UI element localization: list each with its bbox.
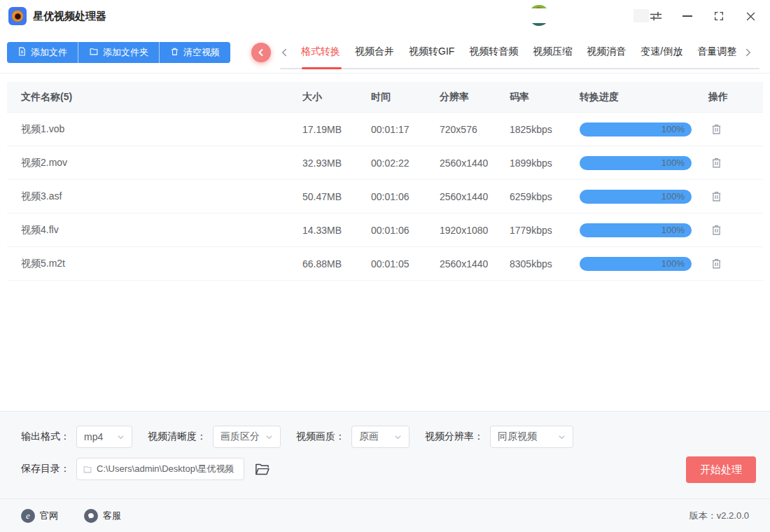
settings-sliders-icon[interactable]	[649, 8, 663, 24]
column-header: 转换进度	[580, 91, 708, 104]
clear-videos-button[interactable]: 清空视频	[160, 42, 230, 63]
support-link[interactable]: 客服	[84, 509, 121, 523]
username-redacted-tail	[634, 9, 649, 22]
file-size: 14.33MB	[302, 225, 371, 236]
tab-视频转音频[interactable]: 视频转音频	[469, 46, 518, 58]
resolution-select[interactable]: 同原视频	[490, 426, 573, 448]
progress-bar: 100%	[580, 156, 692, 170]
clarity-label: 视频清晰度：	[148, 430, 206, 443]
table-row[interactable]: 视频1.vob 17.19MB 00:01:17 720x576 1825kbp…	[7, 113, 763, 146]
tab-视频消音[interactable]: 视频消音	[587, 46, 626, 58]
action-cell	[708, 189, 763, 204]
save-dir-input[interactable]: C:\Users\admin\Desktop\星优视频	[76, 458, 244, 480]
tab-视频合并[interactable]: 视频合并	[355, 46, 394, 58]
table-row[interactable]: 视频3.asf 50.47MB 00:01:06 2560x1440 6259k…	[7, 180, 763, 214]
start-processing-button[interactable]: 开始处理	[686, 456, 756, 483]
progress-cell: 100%	[580, 122, 708, 136]
tab-变速/倒放[interactable]: 变速/倒放	[640, 46, 682, 58]
column-header: 大小	[302, 91, 371, 104]
file-bitrate: 8305kbps	[510, 258, 580, 270]
file-name: 视频2.mov	[21, 157, 302, 169]
chevron-down-icon	[558, 433, 566, 441]
file-bitrate: 1899kbps	[510, 158, 580, 169]
file-duration: 00:02:22	[371, 158, 440, 169]
quality-label: 视频画质：	[296, 430, 345, 443]
table-body: 视频1.vob 17.19MB 00:01:17 720x576 1825kbp…	[7, 113, 763, 281]
tabs-back-circle-button[interactable]	[251, 43, 271, 62]
toolbar-divider	[0, 73, 770, 74]
action-cell	[708, 256, 763, 272]
file-table: 文件名称(5)大小时间分辨率码率转换进度操作 视频1.vob 17.19MB 0…	[7, 82, 763, 281]
quality-select[interactable]: 原画	[351, 426, 410, 448]
progress-value: 100%	[662, 158, 685, 168]
footer: e 官网 客服 版本：v2.2.0.0	[0, 498, 770, 532]
column-header: 操作	[708, 91, 763, 104]
website-link[interactable]: e 官网	[21, 509, 58, 523]
table-row[interactable]: 视频4.flv 14.33MB 00:01:06 1920x1080 1779k…	[7, 214, 763, 247]
chevron-down-icon	[265, 433, 273, 441]
file-size: 32.93MB	[302, 158, 371, 169]
progress-cell: 100%	[580, 223, 708, 237]
file-size: 50.47MB	[302, 191, 371, 202]
resolution-value: 同原视频	[498, 430, 537, 443]
folder-icon	[83, 465, 92, 474]
file-name: 视频1.vob	[21, 123, 302, 136]
minimize-button[interactable]	[680, 8, 694, 24]
tab-视频压缩[interactable]: 视频压缩	[533, 46, 572, 58]
file-resolution: 2560x1440	[440, 258, 510, 270]
file-resolution: 720x576	[440, 124, 510, 135]
delete-row-button[interactable]	[708, 155, 724, 171]
add-file-button[interactable]: 添加文件	[7, 42, 78, 63]
close-button[interactable]	[743, 8, 757, 24]
table-header: 文件名称(5)大小时间分辨率码率转换进度操作	[7, 82, 763, 113]
maximize-button[interactable]	[712, 8, 726, 24]
table-row[interactable]: 视频5.m2t 66.88MB 00:01:05 2560x1440 8305k…	[7, 247, 763, 281]
action-cell	[708, 122, 763, 137]
output-format-select[interactable]: mp4	[76, 426, 132, 448]
delete-row-button[interactable]	[708, 189, 724, 204]
table-row[interactable]: 视频2.mov 32.93MB 00:02:22 2560x1440 1899k…	[7, 146, 763, 180]
trash-icon	[170, 47, 179, 58]
quality-value: 原画	[359, 430, 379, 443]
file-bitrate: 6259kbps	[510, 191, 580, 202]
file-resolution: 2560x1440	[440, 191, 510, 202]
tab-音量调整[interactable]: 音量调整	[697, 46, 736, 58]
progress-value: 100%	[662, 225, 685, 235]
tab-格式转换[interactable]: 格式转换	[301, 46, 340, 58]
browse-folder-button[interactable]	[253, 461, 270, 477]
file-bitrate: 1825kbps	[510, 124, 580, 135]
file-duration: 00:01:17	[371, 124, 440, 135]
website-label: 官网	[40, 510, 58, 522]
column-header: 时间	[371, 91, 440, 104]
column-header: 码率	[510, 91, 580, 104]
progress-value: 100%	[662, 191, 685, 202]
delete-row-button[interactable]	[708, 122, 724, 137]
file-size: 66.88MB	[302, 258, 371, 270]
username-redacted	[524, 8, 640, 23]
file-name: 视频5.m2t	[21, 258, 302, 270]
progress-value: 100%	[662, 258, 685, 269]
website-icon: e	[21, 509, 35, 523]
window-controls	[649, 8, 757, 24]
progress-bar: 100%	[580, 223, 692, 237]
settings-panel: 输出格式： mp4 视频清晰度： 画质区分 视频画质： 原画 视频分辨率： 同原…	[0, 411, 770, 532]
chevron-down-icon	[394, 433, 402, 441]
app-logo-icon	[8, 7, 27, 25]
file-duration: 00:01:05	[371, 258, 440, 270]
chevron-down-icon	[117, 433, 125, 441]
tab-视频转GIF[interactable]: 视频转GIF	[409, 46, 454, 58]
progress-cell: 100%	[580, 156, 708, 170]
user-account-area[interactable]	[524, 4, 653, 28]
progress-bar: 100%	[580, 257, 692, 271]
tabs-scroll-left-icon[interactable]	[281, 46, 290, 59]
support-chat-icon	[84, 509, 98, 523]
clarity-select[interactable]: 画质区分	[213, 426, 281, 448]
file-resolution: 1920x1080	[440, 225, 510, 236]
delete-row-button[interactable]	[708, 223, 724, 238]
tabs-scroll-right-icon[interactable]	[744, 46, 754, 59]
app-title: 星优视频处理器	[33, 10, 106, 23]
resolution-label: 视频分辨率：	[425, 430, 484, 443]
delete-row-button[interactable]	[708, 256, 724, 272]
add-folder-button[interactable]: 添加文件夹	[78, 42, 160, 63]
save-dir-label: 保存目录：	[21, 463, 70, 475]
